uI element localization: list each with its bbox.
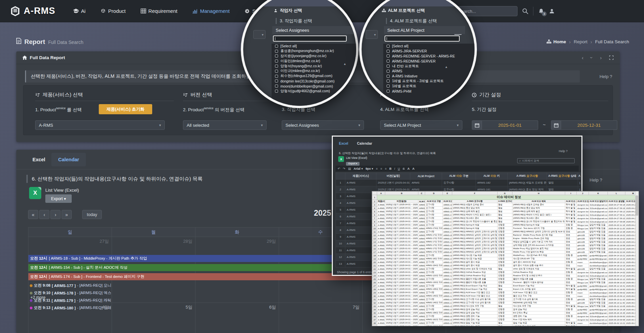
column-header[interactable]: ALM 이슈 키 xyxy=(476,173,508,180)
search-submit-icon[interactable] xyxy=(522,8,528,14)
calendar-today-button[interactable]: today xyxy=(82,210,102,219)
checkbox-option[interactable]: 1레벨 프로젝트 - 2레벨 프로젝트 xyxy=(383,79,475,84)
alm-select-open[interactable]: Select ALM Project xyxy=(384,26,465,34)
column-letter[interactable]: L xyxy=(608,192,625,195)
column-letter[interactable]: J xyxy=(577,192,589,195)
sheet-search-input[interactable]: ⌕ 시트에서 검색 xyxy=(517,158,575,163)
calendar-prev-button[interactable]: ‹ xyxy=(39,210,49,219)
checkbox-icon[interactable] xyxy=(275,60,278,63)
checkbox-option[interactable]: [Select all] xyxy=(272,44,359,49)
calendar-last-button[interactable]: » xyxy=(62,210,72,219)
nav-item-ai[interactable]: Ai xyxy=(73,8,86,14)
sheet-scrollbar[interactable] xyxy=(635,191,639,326)
underline-icon[interactable]: U xyxy=(398,167,400,170)
fill-color-icon[interactable]: A xyxy=(412,167,415,170)
column-header[interactable]: 버전(일정) xyxy=(376,173,410,180)
checkbox-icon[interactable] xyxy=(387,54,390,57)
user-profile-icon[interactable] xyxy=(549,8,555,14)
checkbox-icon[interactable] xyxy=(387,90,390,93)
overlay-help-button[interactable]: Help ? xyxy=(559,149,568,153)
checkbox-icon[interactable] xyxy=(275,90,278,93)
checkbox-icon[interactable] xyxy=(275,75,278,78)
redo-icon[interactable]: ↷ xyxy=(343,167,346,170)
start-date-value[interactable]: 2025-01-01 xyxy=(482,120,538,130)
overlay-export-button[interactable]: Export ▾ xyxy=(346,162,360,166)
checkbox-icon[interactable] xyxy=(275,70,278,73)
column-letter[interactable]: K xyxy=(589,192,608,195)
help-button[interactable]: Help ? xyxy=(599,74,612,79)
nav-item-requirement[interactable]: Requirement xyxy=(141,8,178,14)
nav-item-product[interactable]: Product xyxy=(100,8,126,14)
checkbox-option[interactable]: A-RMS Initiative xyxy=(383,74,475,79)
breadcrumb-report[interactable]: Report xyxy=(574,39,588,44)
column-header[interactable]: 제품(서비스) xyxy=(345,173,376,180)
column-letter[interactable]: B xyxy=(385,192,418,195)
calendar-event-item[interactable]: 오전 9:08[ ARMS-177 ] - [ARMS-REQ] 모니터 뒷면에… xyxy=(30,283,111,288)
font-size-select[interactable]: 9px ▾ xyxy=(366,167,373,170)
panel-next-icon[interactable]: › xyxy=(600,55,602,60)
checkbox-icon[interactable] xyxy=(387,70,390,73)
undo-icon[interactable]: ↶ xyxy=(338,167,340,170)
calendar-cell[interactable]: 6일 xyxy=(196,303,279,333)
product-reset-button[interactable]: 제품(서비스) 초기화 xyxy=(99,104,152,114)
checkbox-option[interactable]: dongmin lee(313cokr@gmail.com) xyxy=(272,79,359,84)
checkbox-option[interactable]: ARMS-REDMINE-SERVER xyxy=(383,58,475,64)
panel-prev-icon[interactable]: ‹ xyxy=(582,55,583,60)
calendar-next-button[interactable]: › xyxy=(50,210,61,219)
column-header[interactable]: A-RMS 요구사항 상태 xyxy=(547,173,578,180)
checkbox-icon[interactable] xyxy=(387,65,390,68)
checkbox-icon[interactable] xyxy=(387,50,390,53)
checkbox-icon[interactable] xyxy=(275,50,278,53)
column-header[interactable]: ALM 이슈 구분 xyxy=(442,173,476,180)
alm-filter-input[interactable] xyxy=(385,35,460,42)
column-letter[interactable]: A xyxy=(377,192,385,195)
column-header[interactable]: ALM Project xyxy=(410,173,442,180)
checkbox-icon[interactable] xyxy=(275,79,278,82)
column-letter[interactable]: G xyxy=(498,192,512,195)
checkbox-option[interactable]: 홍성훈(hongseonghun@mz.co.kr) xyxy=(272,49,359,54)
product-select[interactable]: A-RMS▾ xyxy=(35,120,165,130)
checkbox-option[interactable]: ARMS xyxy=(383,69,475,74)
tab-excel[interactable]: Excel xyxy=(26,153,51,166)
tab-calendar[interactable]: Calendar xyxy=(51,153,86,166)
brand-logo[interactable]: A-RMS xyxy=(10,6,55,17)
column-letter[interactable]: I xyxy=(565,192,577,195)
column-letter[interactable]: H xyxy=(512,192,565,195)
checkbox-option[interactable]: 이민규(mklee@mz.co.kr) xyxy=(272,69,359,74)
checkbox-icon[interactable] xyxy=(387,45,390,48)
bold-icon[interactable]: B xyxy=(389,167,392,170)
assignee-filter-input[interactable] xyxy=(273,35,347,42)
column-letter[interactable]: F xyxy=(452,192,498,195)
checkbox-option[interactable]: ARMS-JIRA-SERVER xyxy=(383,49,475,54)
version-select[interactable]: All selected▾ xyxy=(183,120,267,130)
alm-project-select[interactable]: Select ALM Project▾ xyxy=(380,120,462,130)
calendar-icon[interactable] xyxy=(551,120,561,130)
save-icon[interactable]: ▤ xyxy=(348,167,351,170)
overlay-tab-excel[interactable]: Excel xyxy=(339,141,348,145)
checkbox-option[interactable]: 장지윤(jiyoonjang@mz.co.kr) xyxy=(272,54,359,59)
checkbox-icon[interactable] xyxy=(387,85,390,88)
checkbox-option[interactable]: 최수현(chltngus129@gmail.com) xyxy=(272,74,359,79)
checkbox-icon[interactable] xyxy=(387,75,390,78)
export-button[interactable]: Export ▾ xyxy=(45,194,72,203)
calendar-more-link[interactable]: +2 more xyxy=(30,295,45,300)
panel-expand-icon[interactable] xyxy=(609,55,614,60)
checkbox-option[interactable]: ARMS-REDMINE-SERVER - ARMS-RE xyxy=(383,54,475,59)
end-date-value[interactable]: 2025-12-31 xyxy=(561,120,617,130)
calendar-cell[interactable]: 7일 xyxy=(279,303,363,333)
column-letter[interactable]: D xyxy=(425,192,443,195)
checkbox-icon[interactable] xyxy=(387,79,390,82)
italic-icon[interactable]: I xyxy=(394,167,395,170)
breadcrumb-home[interactable]: Home xyxy=(547,39,566,44)
calendar-event-item[interactable]: 오전 9:10[ ARMS-178 ] - [ARMS-REQ] 엑스배너 준비 xyxy=(30,290,111,295)
calendar-cell[interactable]: 4일 xyxy=(28,303,112,333)
panel-collapse-icon[interactable]: › xyxy=(589,57,594,58)
notifications-bell-icon[interactable]: 3 xyxy=(538,8,544,15)
checkbox-option[interactable]: 내 칸반 프로젝트 xyxy=(383,64,475,69)
checkbox-option[interactable]: [Select all] xyxy=(383,44,475,49)
checkbox-icon[interactable] xyxy=(275,85,278,88)
table-row[interactable]: 1A-RMS2025년 2분기 (2025-04-01 ~ 2025-06-30… xyxy=(336,180,581,186)
assignees-select[interactable]: Select Assignees▾ xyxy=(282,120,364,130)
column-letter[interactable]: E xyxy=(443,192,452,195)
assignees-select-open[interactable]: Select Assignees xyxy=(272,26,359,34)
